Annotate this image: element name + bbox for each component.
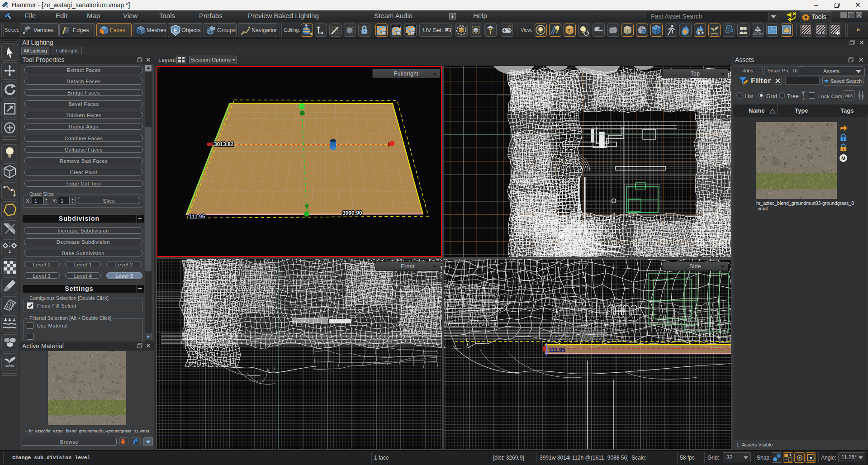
svg-text:M: M bbox=[841, 156, 845, 161]
svg-text:3013.82: 3013.82 bbox=[214, 141, 234, 147]
svg-text:111.95: 111.95 bbox=[189, 214, 205, 220]
svg-text:E: E bbox=[174, 27, 178, 34]
svg-text:111.95: 111.95 bbox=[549, 347, 565, 353]
svg-text:3990.90: 3990.90 bbox=[342, 210, 362, 216]
svg-text:T: T bbox=[568, 29, 570, 34]
